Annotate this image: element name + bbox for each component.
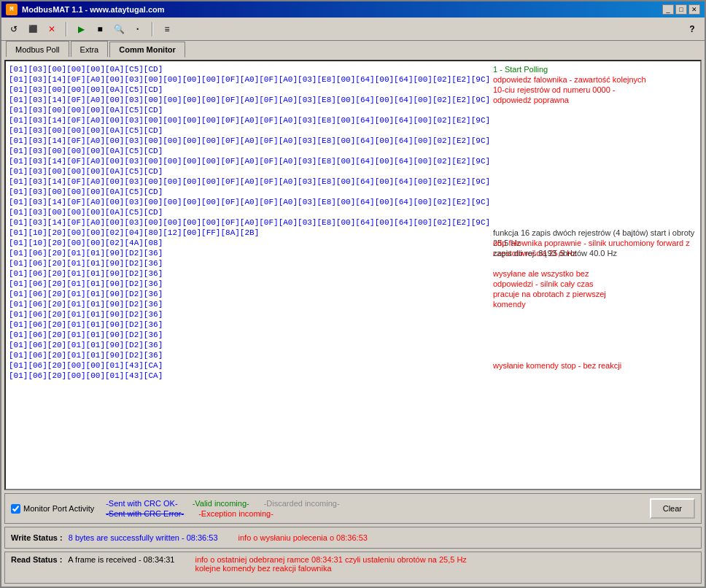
- toolbar-sep-1: [66, 22, 67, 36]
- stop-icon: ⬛: [28, 25, 37, 33]
- sent-crc-error-legend: -Sent with CRC Error-: [106, 509, 184, 518]
- monitor-content: [01][03][00][00][00][0A][C5][CD][01][03]…: [9, 64, 697, 381]
- comment-block: wysłanie komendy stop - bez reakcji: [493, 360, 621, 371]
- data-line: [01][06][20][01][01][90][D2][36]: [9, 350, 486, 360]
- refresh-icon: ↺: [10, 24, 18, 34]
- comment-block: wysyłane ale wszystko bez odpowiedzi - s…: [493, 268, 606, 309]
- data-line: [01][06][20][01][01][90][D2][36]: [9, 248, 486, 258]
- read-status-info: info o ostatniej odebranej ramce 08:34:3…: [195, 555, 466, 573]
- data-line: [01][06][20][00][00][01][43][CA]: [9, 360, 486, 371]
- data-line: [01][06][20][01][01][90][D2][36]: [9, 320, 486, 330]
- data-line: [01][03][14][0F][A0][00][03][00][00][00]…: [9, 136, 486, 146]
- data-line: [01][06][20][01][01][90][D2][36]: [9, 340, 486, 350]
- data-line: [01][03][14][0F][A0][00][03][00][00][00]…: [9, 74, 486, 85]
- comment-block: 1 - Start Polling: [493, 64, 548, 74]
- red-x-icon: ✕: [48, 24, 55, 34]
- main-window: M ModbusMAT 1.1 - www.ataytugal.com _ □ …: [0, 0, 706, 588]
- stop3-icon: ▪: [137, 26, 139, 32]
- red-x-button[interactable]: ✕: [44, 21, 60, 37]
- tab-comm-monitor[interactable]: Comm Monitor: [109, 42, 185, 58]
- legend-row-1: -Sent with CRC OK- -Valid incoming- -Dis…: [106, 499, 339, 508]
- exception-incoming-legend: -Exception incoming-: [198, 509, 274, 518]
- app-icon: M: [6, 4, 18, 15]
- play-button[interactable]: ▶: [73, 21, 89, 37]
- search-icon: 🔍: [114, 24, 125, 34]
- data-line: [01][06][20][00][00][01][43][CA]: [9, 371, 486, 381]
- title-bar-left: M ModbusMAT 1.1 - www.ataytugal.com: [6, 4, 165, 15]
- read-status-value: A frame is received - 08:34:31: [68, 555, 174, 564]
- toolbar-sep-2: [152, 22, 153, 36]
- data-line: [01][03][00][00][00][0A][C5][CD]: [9, 125, 486, 136]
- refresh-button[interactable]: ↺: [6, 21, 22, 37]
- data-line: [01][06][20][01][01][90][D2][36]: [9, 258, 486, 268]
- stop2-icon: ■: [97, 24, 102, 34]
- title-bar: M ModbusMAT 1.1 - www.ataytugal.com _ □ …: [1, 1, 705, 18]
- tab-comm-monitor-label: Comm Monitor: [119, 45, 176, 54]
- data-line: [01][06][20][01][01][90][D2][36]: [9, 299, 486, 309]
- play-icon: ▶: [78, 24, 85, 34]
- toolbar: ↺ ⬛ ✕ ▶ ■ 🔍 ▪ ≡ ?: [1, 18, 705, 41]
- write-status-label: Write Status :: [11, 533, 63, 542]
- legend-bar: Monitor Port Activity -Sent with CRC OK-…: [4, 493, 702, 524]
- sent-crc-ok-legend: -Sent with CRC OK-: [106, 499, 177, 508]
- write-status-text: 8 bytes are successfully written - 08:36…: [69, 533, 218, 542]
- data-line: [01][10][20][00][00][02][4A][08]: [9, 238, 486, 248]
- comment-area: 1 - Start Pollingodpowiedz falownika - z…: [493, 64, 697, 381]
- tab-extra[interactable]: Extra: [71, 41, 109, 57]
- tab-modbus-poll[interactable]: Modbus Poll: [6, 41, 69, 57]
- data-line: [01][03][14][0F][A0][00][03][00][00][00]…: [9, 156, 486, 166]
- close-button[interactable]: ✕: [688, 4, 700, 15]
- write-status-bar: Write Status : 8 bytes are successfully …: [4, 527, 702, 549]
- help-icon: ?: [689, 24, 694, 34]
- data-line: [01][03][14][0F][A0][00][03][00][00][00]…: [9, 197, 486, 207]
- monitor-label-text: Monitor Port Activity: [23, 504, 94, 513]
- stop-button[interactable]: ⬛: [25, 21, 41, 37]
- title-bar-controls: _ □ ✕: [662, 4, 700, 15]
- data-line: [01][06][20][01][01][90][D2][36]: [9, 330, 486, 340]
- tab-bar: Modbus Poll Extra Comm Monitor: [1, 41, 705, 57]
- data-line: [01][03][14][0F][A0][00][03][00][00][00]…: [9, 95, 486, 105]
- help-button[interactable]: ?: [684, 21, 700, 37]
- app-icon-text: M: [9, 6, 13, 13]
- legend-group: -Sent with CRC OK- -Valid incoming- -Dis…: [106, 499, 339, 518]
- data-line: [01][06][20][01][01][90][D2][36]: [9, 279, 486, 289]
- data-line: [01][03][14][0F][A0][00][03][00][00][00]…: [9, 115, 486, 125]
- data-line: [01][03][00][00][00][0A][C5][CD]: [9, 85, 486, 95]
- maximize-button[interactable]: □: [675, 4, 687, 15]
- legend-row-2: -Sent with CRC Error- -Exception incomin…: [106, 509, 339, 518]
- data-line: [01][06][20][01][01][90][D2][36]: [9, 268, 486, 279]
- data-line: [01][03][14][0F][A0][00][03][00][00][00]…: [9, 177, 486, 187]
- data-line: [01][03][14][0F][A0][00][03][00][00][00]…: [9, 217, 486, 228]
- search-button[interactable]: 🔍: [111, 21, 127, 37]
- read-status-label: Read Status :: [11, 555, 62, 564]
- valid-incoming-legend: -Valid incoming-: [193, 499, 249, 508]
- data-line: [01][03][00][00][00][0A][C5][CD]: [9, 105, 486, 115]
- data-line: [01][06][20][01][01][90][D2][36]: [9, 289, 486, 299]
- data-line: [01][03][00][00][00][0A][C5][CD]: [9, 146, 486, 156]
- data-line: [01][03][00][00][00][0A][C5][CD]: [9, 187, 486, 197]
- clear-button[interactable]: Clear: [650, 498, 695, 519]
- list-button[interactable]: ≡: [159, 21, 175, 37]
- tab-modbus-poll-label: Modbus Poll: [15, 45, 60, 54]
- monitor-checkbox-label[interactable]: Monitor Port Activity: [11, 504, 94, 514]
- window-title: ModbusMAT 1.1 - www.ataytugal.com: [22, 5, 165, 14]
- data-line: [01][10][20][00][00][02][04][80][12][00]…: [9, 228, 486, 238]
- read-status-bar: Read Status : A frame is received - 08:3…: [4, 552, 702, 584]
- comment-block: odpowiedz falownika - zawartość kolejnyc…: [493, 74, 646, 105]
- stop2-button[interactable]: ■: [92, 21, 108, 37]
- monitor-checkbox[interactable]: [11, 504, 20, 514]
- list-icon: ≡: [164, 24, 169, 34]
- data-line: [01][06][20][01][01][90][D2][36]: [9, 309, 486, 320]
- main-content: [01][03][00][00][00][0A][C5][CD][01][03]…: [1, 57, 705, 587]
- write-status-info: info o wysłaniu polecenia o 08:36:53: [238, 533, 368, 542]
- tab-extra-label: Extra: [80, 45, 99, 54]
- minimize-button[interactable]: _: [662, 4, 674, 15]
- monitor-panel[interactable]: [01][03][00][00][00][0A][C5][CD][01][03]…: [4, 60, 702, 490]
- write-status-value: 8 bytes are successfully written - 08:36…: [69, 533, 218, 542]
- data-line: [01][03][00][00][00][0A][C5][CD]: [9, 207, 486, 217]
- data-lines: [01][03][00][00][00][0A][C5][CD][01][03]…: [9, 64, 486, 381]
- data-line: [01][03][00][00][00][0A][C5][CD]: [9, 64, 486, 74]
- stop3-button[interactable]: ▪: [130, 21, 146, 37]
- comment-block: zapis do rej. 8193 obrotów 40.0 Hz: [493, 248, 617, 258]
- data-line: [01][03][00][00][00][0A][C5][CD]: [9, 166, 486, 177]
